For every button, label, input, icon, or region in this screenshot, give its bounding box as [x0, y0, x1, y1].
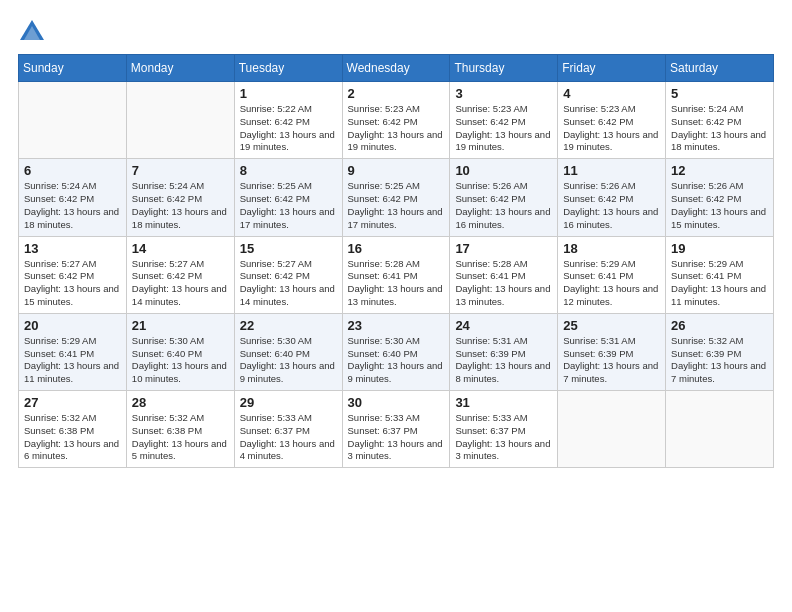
calendar-cell: 24Sunrise: 5:31 AMSunset: 6:39 PMDayligh… [450, 313, 558, 390]
calendar-cell: 18Sunrise: 5:29 AMSunset: 6:41 PMDayligh… [558, 236, 666, 313]
day-number: 14 [132, 241, 229, 256]
day-number: 30 [348, 395, 445, 410]
calendar-cell: 25Sunrise: 5:31 AMSunset: 6:39 PMDayligh… [558, 313, 666, 390]
day-info: Sunrise: 5:28 AMSunset: 6:41 PMDaylight:… [348, 258, 445, 309]
calendar-cell: 1Sunrise: 5:22 AMSunset: 6:42 PMDaylight… [234, 82, 342, 159]
calendar-cell: 8Sunrise: 5:25 AMSunset: 6:42 PMDaylight… [234, 159, 342, 236]
calendar-cell: 5Sunrise: 5:24 AMSunset: 6:42 PMDaylight… [666, 82, 774, 159]
day-number: 3 [455, 86, 552, 101]
day-number: 24 [455, 318, 552, 333]
day-info: Sunrise: 5:32 AMSunset: 6:38 PMDaylight:… [132, 412, 229, 463]
calendar-cell: 26Sunrise: 5:32 AMSunset: 6:39 PMDayligh… [666, 313, 774, 390]
weekday-header-row: SundayMondayTuesdayWednesdayThursdayFrid… [19, 55, 774, 82]
calendar-cell: 10Sunrise: 5:26 AMSunset: 6:42 PMDayligh… [450, 159, 558, 236]
day-info: Sunrise: 5:24 AMSunset: 6:42 PMDaylight:… [24, 180, 121, 231]
day-info: Sunrise: 5:32 AMSunset: 6:39 PMDaylight:… [671, 335, 768, 386]
week-row-1: 1Sunrise: 5:22 AMSunset: 6:42 PMDaylight… [19, 82, 774, 159]
day-number: 21 [132, 318, 229, 333]
day-info: Sunrise: 5:25 AMSunset: 6:42 PMDaylight:… [348, 180, 445, 231]
calendar-cell: 15Sunrise: 5:27 AMSunset: 6:42 PMDayligh… [234, 236, 342, 313]
calendar-table: SundayMondayTuesdayWednesdayThursdayFrid… [18, 54, 774, 468]
calendar-cell [19, 82, 127, 159]
day-number: 9 [348, 163, 445, 178]
day-info: Sunrise: 5:33 AMSunset: 6:37 PMDaylight:… [240, 412, 337, 463]
page: SundayMondayTuesdayWednesdayThursdayFrid… [0, 0, 792, 612]
day-info: Sunrise: 5:29 AMSunset: 6:41 PMDaylight:… [563, 258, 660, 309]
day-number: 29 [240, 395, 337, 410]
day-number: 4 [563, 86, 660, 101]
weekday-header-monday: Monday [126, 55, 234, 82]
calendar-cell: 23Sunrise: 5:30 AMSunset: 6:40 PMDayligh… [342, 313, 450, 390]
day-number: 12 [671, 163, 768, 178]
day-number: 23 [348, 318, 445, 333]
day-info: Sunrise: 5:32 AMSunset: 6:38 PMDaylight:… [24, 412, 121, 463]
weekday-header-tuesday: Tuesday [234, 55, 342, 82]
day-number: 13 [24, 241, 121, 256]
day-number: 7 [132, 163, 229, 178]
calendar-cell: 11Sunrise: 5:26 AMSunset: 6:42 PMDayligh… [558, 159, 666, 236]
day-number: 27 [24, 395, 121, 410]
day-number: 5 [671, 86, 768, 101]
day-number: 26 [671, 318, 768, 333]
day-number: 17 [455, 241, 552, 256]
day-info: Sunrise: 5:29 AMSunset: 6:41 PMDaylight:… [671, 258, 768, 309]
calendar-cell: 14Sunrise: 5:27 AMSunset: 6:42 PMDayligh… [126, 236, 234, 313]
day-info: Sunrise: 5:29 AMSunset: 6:41 PMDaylight:… [24, 335, 121, 386]
calendar-cell: 6Sunrise: 5:24 AMSunset: 6:42 PMDaylight… [19, 159, 127, 236]
week-row-2: 6Sunrise: 5:24 AMSunset: 6:42 PMDaylight… [19, 159, 774, 236]
day-number: 25 [563, 318, 660, 333]
day-info: Sunrise: 5:23 AMSunset: 6:42 PMDaylight:… [348, 103, 445, 154]
calendar-cell: 16Sunrise: 5:28 AMSunset: 6:41 PMDayligh… [342, 236, 450, 313]
calendar-cell: 19Sunrise: 5:29 AMSunset: 6:41 PMDayligh… [666, 236, 774, 313]
day-number: 1 [240, 86, 337, 101]
day-info: Sunrise: 5:28 AMSunset: 6:41 PMDaylight:… [455, 258, 552, 309]
calendar-cell: 17Sunrise: 5:28 AMSunset: 6:41 PMDayligh… [450, 236, 558, 313]
day-info: Sunrise: 5:31 AMSunset: 6:39 PMDaylight:… [563, 335, 660, 386]
calendar-cell: 9Sunrise: 5:25 AMSunset: 6:42 PMDaylight… [342, 159, 450, 236]
day-number: 22 [240, 318, 337, 333]
day-number: 19 [671, 241, 768, 256]
day-number: 10 [455, 163, 552, 178]
calendar-cell: 7Sunrise: 5:24 AMSunset: 6:42 PMDaylight… [126, 159, 234, 236]
day-number: 28 [132, 395, 229, 410]
week-row-4: 20Sunrise: 5:29 AMSunset: 6:41 PMDayligh… [19, 313, 774, 390]
day-info: Sunrise: 5:33 AMSunset: 6:37 PMDaylight:… [348, 412, 445, 463]
day-info: Sunrise: 5:33 AMSunset: 6:37 PMDaylight:… [455, 412, 552, 463]
calendar-cell: 22Sunrise: 5:30 AMSunset: 6:40 PMDayligh… [234, 313, 342, 390]
day-number: 6 [24, 163, 121, 178]
day-info: Sunrise: 5:23 AMSunset: 6:42 PMDaylight:… [455, 103, 552, 154]
day-info: Sunrise: 5:22 AMSunset: 6:42 PMDaylight:… [240, 103, 337, 154]
day-info: Sunrise: 5:27 AMSunset: 6:42 PMDaylight:… [240, 258, 337, 309]
calendar-cell: 20Sunrise: 5:29 AMSunset: 6:41 PMDayligh… [19, 313, 127, 390]
day-number: 20 [24, 318, 121, 333]
calendar-cell [558, 391, 666, 468]
weekday-header-saturday: Saturday [666, 55, 774, 82]
weekday-header-wednesday: Wednesday [342, 55, 450, 82]
day-info: Sunrise: 5:26 AMSunset: 6:42 PMDaylight:… [671, 180, 768, 231]
header [18, 18, 774, 46]
day-info: Sunrise: 5:24 AMSunset: 6:42 PMDaylight:… [132, 180, 229, 231]
calendar-cell [126, 82, 234, 159]
calendar-cell [666, 391, 774, 468]
weekday-header-friday: Friday [558, 55, 666, 82]
day-info: Sunrise: 5:23 AMSunset: 6:42 PMDaylight:… [563, 103, 660, 154]
day-info: Sunrise: 5:31 AMSunset: 6:39 PMDaylight:… [455, 335, 552, 386]
calendar-cell: 28Sunrise: 5:32 AMSunset: 6:38 PMDayligh… [126, 391, 234, 468]
calendar-cell: 30Sunrise: 5:33 AMSunset: 6:37 PMDayligh… [342, 391, 450, 468]
day-info: Sunrise: 5:27 AMSunset: 6:42 PMDaylight:… [24, 258, 121, 309]
day-info: Sunrise: 5:26 AMSunset: 6:42 PMDaylight:… [563, 180, 660, 231]
logo [18, 18, 50, 46]
weekday-header-sunday: Sunday [19, 55, 127, 82]
calendar-cell: 29Sunrise: 5:33 AMSunset: 6:37 PMDayligh… [234, 391, 342, 468]
weekday-header-thursday: Thursday [450, 55, 558, 82]
day-info: Sunrise: 5:24 AMSunset: 6:42 PMDaylight:… [671, 103, 768, 154]
calendar-cell: 27Sunrise: 5:32 AMSunset: 6:38 PMDayligh… [19, 391, 127, 468]
calendar-cell: 31Sunrise: 5:33 AMSunset: 6:37 PMDayligh… [450, 391, 558, 468]
day-info: Sunrise: 5:25 AMSunset: 6:42 PMDaylight:… [240, 180, 337, 231]
logo-icon [18, 18, 46, 46]
day-number: 16 [348, 241, 445, 256]
week-row-5: 27Sunrise: 5:32 AMSunset: 6:38 PMDayligh… [19, 391, 774, 468]
calendar-cell: 12Sunrise: 5:26 AMSunset: 6:42 PMDayligh… [666, 159, 774, 236]
calendar-cell: 4Sunrise: 5:23 AMSunset: 6:42 PMDaylight… [558, 82, 666, 159]
day-info: Sunrise: 5:27 AMSunset: 6:42 PMDaylight:… [132, 258, 229, 309]
